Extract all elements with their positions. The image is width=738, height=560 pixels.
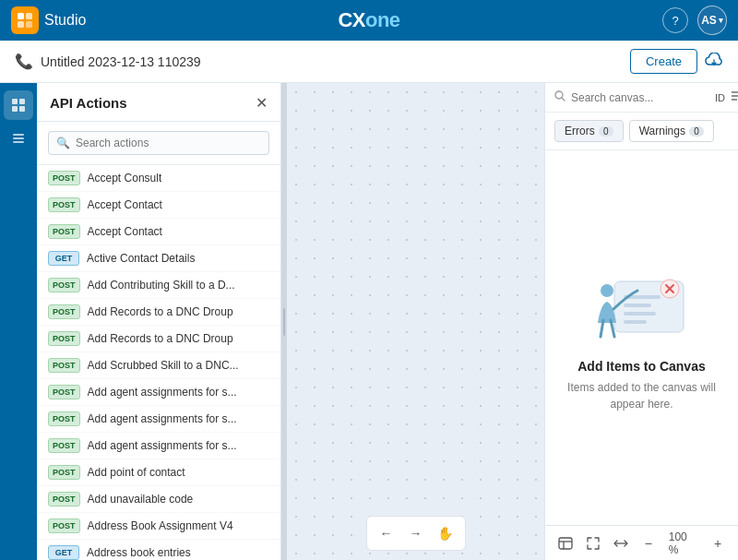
actions-list: POSTAccept ConsultPOSTAccept ContactPOST… (37, 165, 280, 560)
warnings-tab[interactable]: Warnings 0 (629, 120, 714, 142)
list-item[interactable]: POSTAdd unavailable code (37, 486, 280, 513)
id-button[interactable]: ID (715, 92, 725, 103)
list-item[interactable]: POSTAccept Consult (37, 165, 280, 192)
method-badge: GET (48, 545, 79, 560)
close-panel-button[interactable]: ✕ (256, 94, 268, 112)
api-panel-header: API Actions ✕ (37, 83, 280, 122)
title-bar-left: 📞 Untitled 2023-12-13 110239 (15, 53, 201, 70)
right-search-icon (554, 90, 565, 104)
cloud-icon[interactable] (705, 53, 723, 71)
action-name: Active Contact Details (87, 252, 195, 265)
right-panel-search: ID (545, 83, 738, 113)
svg-rect-8 (13, 134, 24, 136)
svg-rect-10 (13, 141, 24, 143)
svg-point-24 (601, 284, 613, 297)
action-name: Add Records to a DNC Droup (88, 305, 233, 318)
action-name: Add agent assignments for s... (88, 412, 237, 425)
nav-right: ? AS ▾ (662, 6, 727, 35)
flow-title: Untitled 2023-12-13 110239 (41, 54, 201, 69)
canvas-search-input[interactable] (571, 91, 709, 104)
method-badge: POST (48, 385, 80, 399)
zoom-in-button[interactable]: + (707, 531, 729, 555)
svg-rect-0 (18, 13, 24, 19)
method-badge: POST (48, 411, 80, 426)
nav-left: Studio (11, 6, 86, 34)
brand-center: CXone (338, 8, 399, 32)
api-panel-title: API Actions (50, 95, 127, 111)
errors-count: 0 (599, 126, 613, 137)
left-sidebar (0, 83, 37, 560)
sort-icon[interactable] (731, 90, 738, 104)
svg-rect-3 (26, 21, 32, 28)
action-name: Accept Contact (88, 225, 162, 238)
svg-rect-9 (13, 137, 24, 139)
sidebar-item-grid[interactable] (4, 90, 33, 120)
list-item[interactable]: POSTAdd agent assignments for s... (37, 379, 280, 406)
redo-button[interactable]: → (404, 521, 428, 545)
undo-button[interactable]: ← (375, 521, 399, 545)
expand-button[interactable] (582, 531, 604, 555)
method-badge: POST (48, 224, 80, 239)
list-item[interactable]: POSTAdd Contributing Skill to a D... (37, 272, 280, 299)
method-badge: POST (48, 197, 80, 212)
list-item[interactable]: POSTAccept Contact (37, 219, 280, 245)
placeholder-title: Add Items to Canvas (577, 359, 705, 374)
list-item[interactable]: POSTAdd Scrubbed Skill to a DNC... (37, 352, 280, 379)
canvas-main[interactable]: ← → ✋ (287, 83, 544, 560)
svg-line-12 (563, 99, 565, 101)
logo-icon (11, 6, 39, 34)
zoom-level: 100 % (669, 530, 697, 556)
errors-tab[interactable]: Errors 0 (554, 120, 624, 142)
action-name: Add unavailable code (88, 493, 194, 506)
avatar-chevron-icon: ▾ (719, 16, 723, 25)
sidebar-item-list[interactable] (4, 124, 33, 153)
zoom-out-button[interactable]: − (637, 531, 660, 555)
canvas-toolbar: ← → ✋ (366, 516, 466, 551)
svg-rect-6 (12, 106, 18, 112)
right-panel: ID Errors 0 Warnings 0 (544, 83, 738, 560)
method-badge: POST (48, 358, 80, 373)
list-item[interactable]: POSTAdd Records to a DNC Droup (37, 326, 280, 352)
search-input[interactable] (76, 137, 261, 149)
canvas-placeholder: Add Items to Canvas Items added to the c… (545, 150, 738, 525)
phone-icon: 📞 (15, 53, 33, 70)
title-bar: 📞 Untitled 2023-12-13 110239 Create (0, 41, 738, 83)
brand-text: CXone (338, 8, 399, 32)
method-badge: POST (48, 278, 80, 292)
list-item[interactable]: POSTAdd agent assignments for s... (37, 433, 280, 459)
method-badge: POST (48, 304, 80, 319)
svg-rect-19 (624, 312, 656, 316)
list-item[interactable]: POSTAccept Contact (37, 192, 280, 219)
errors-label: Errors (565, 125, 595, 137)
action-name: Address book entries (87, 546, 191, 559)
hand-tool-button[interactable]: ✋ (434, 521, 458, 545)
method-badge: POST (48, 492, 80, 506)
avatar-button[interactable]: AS ▾ (697, 6, 727, 35)
action-name: Add point of contact (88, 466, 185, 479)
list-item[interactable]: GETActive Contact Details (37, 245, 280, 272)
method-badge: POST (48, 518, 80, 533)
warnings-label: Warnings (639, 125, 685, 137)
action-name: Add agent assignments for s... (88, 386, 237, 399)
placeholder-illustration (587, 263, 697, 346)
list-item[interactable]: POSTAdd Records to a DNC Droup (37, 299, 280, 326)
table-view-button[interactable] (554, 531, 577, 555)
list-item[interactable]: POSTAdd point of contact (37, 459, 280, 486)
title-bar-right: Create (630, 49, 723, 74)
action-name: Address Book Assignment V4 (88, 519, 233, 532)
svg-point-11 (555, 91, 563, 99)
list-item[interactable]: GETAddress book entries (37, 540, 280, 560)
fit-width-button[interactable] (610, 531, 632, 555)
create-button[interactable]: Create (630, 49, 697, 74)
action-name: Add Records to a DNC Droup (88, 332, 233, 345)
svg-rect-20 (624, 320, 647, 324)
svg-rect-7 (19, 106, 25, 112)
help-button[interactable]: ? (662, 7, 688, 33)
svg-rect-1 (26, 13, 32, 19)
list-item[interactable]: POSTAdd agent assignments for s... (37, 406, 280, 433)
method-badge: GET (48, 251, 79, 266)
search-box: 🔍 (48, 131, 269, 155)
bottom-toolbar: − 100 % + (545, 525, 738, 560)
action-name: Accept Contact (88, 198, 162, 211)
list-item[interactable]: POSTAddress Book Assignment V4 (37, 513, 280, 540)
